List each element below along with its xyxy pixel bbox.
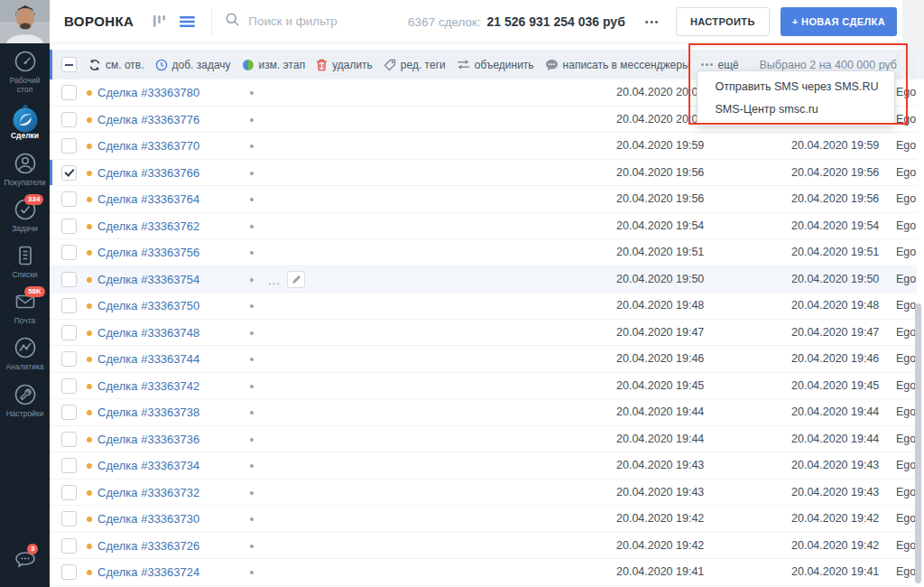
table-row[interactable]: Сделка #3336372620.04.2020 19:4220.04.20… xyxy=(50,533,917,560)
toolbar-action-label: объединить xyxy=(475,59,534,71)
sidebar-item-7[interactable]: Настройки xyxy=(0,377,50,423)
row-checkbox[interactable] xyxy=(61,511,77,526)
row-checkbox[interactable] xyxy=(61,538,77,554)
table-row[interactable]: Сделка #3336376220.04.2020 19:5420.04.20… xyxy=(50,213,917,240)
row-checkbox[interactable] xyxy=(61,378,77,394)
scrollbar-thumb[interactable] xyxy=(915,303,921,583)
date-column-1: 20.04.2020 19:43 xyxy=(616,452,704,479)
responsible-user: Ego xyxy=(896,133,917,159)
sidebar-item-label: Рабочий стол xyxy=(0,75,50,94)
toolbar-action-1[interactable]: доб. задачу xyxy=(155,59,231,71)
toolbar-action-3[interactable]: удалить xyxy=(316,59,373,71)
user-avatar[interactable] xyxy=(0,0,50,43)
deal-link[interactable]: Сделка #33363764 xyxy=(97,186,199,212)
dropdown-item-0[interactable]: Отправить SMS через SMS.RU xyxy=(698,76,895,98)
table-row[interactable]: Сделка #3336373820.04.2020 19:4420.04.20… xyxy=(50,399,917,426)
row-checkbox[interactable] xyxy=(61,165,77,181)
deal-link[interactable]: Сделка #33363744 xyxy=(97,346,199,372)
support-chat-button[interactable]: 3 xyxy=(0,549,50,578)
header-more-button[interactable]: ••• xyxy=(643,13,661,31)
toolbar-action-2[interactable]: изм. этап xyxy=(242,59,306,71)
deal-link[interactable]: Сделка #33363776 xyxy=(97,107,199,133)
deal-link[interactable]: Сделка #33363742 xyxy=(97,373,199,399)
table-row[interactable]: Сделка #3336375020.04.2020 19:4820.04.20… xyxy=(50,293,917,320)
deal-link[interactable]: Сделка #33363732 xyxy=(97,480,199,506)
row-checkbox[interactable] xyxy=(61,325,77,340)
row-checkbox[interactable] xyxy=(61,405,77,420)
sidebar-item-label: Покупатели xyxy=(0,177,50,187)
date-column-1: 20.04.2020 19:48 xyxy=(616,293,704,319)
edit-deal-button[interactable] xyxy=(287,271,305,288)
view-toggle xyxy=(153,14,195,28)
deal-link[interactable]: Сделка #33363780 xyxy=(97,79,199,106)
dropdown-item-1[interactable]: SMS-Центр smsc.ru xyxy=(698,98,895,121)
table-row[interactable]: Сделка #3336372420.04.2020 19:4120.04.20… xyxy=(50,559,917,586)
toolbar-action-6[interactable]: написать в мессенджеры xyxy=(545,59,690,71)
deal-link[interactable]: Сделка #33363738 xyxy=(97,399,199,425)
list-view-icon[interactable] xyxy=(180,15,195,28)
sidebar-item-0[interactable]: Рабочий стол xyxy=(0,43,50,98)
table-row[interactable]: Сделка #3336374220.04.2020 19:4520.04.20… xyxy=(50,373,917,400)
toolbar-action-4[interactable]: ред. теги xyxy=(383,59,446,71)
deal-link[interactable]: Сделка #33363762 xyxy=(97,213,199,239)
toolbar-action-0[interactable]: см. отв. xyxy=(88,59,144,71)
row-checkbox[interactable] xyxy=(61,485,77,500)
responsible-user: Ego xyxy=(896,186,917,212)
row-checkbox[interactable] xyxy=(61,85,77,100)
sidebar-item-5[interactable]: Почта58K xyxy=(0,284,50,330)
table-row[interactable]: Сделка #3336373220.04.2020 19:4320.04.20… xyxy=(50,480,917,507)
table-row[interactable]: Сделка #33363754...20.04.2020 19:5020.04… xyxy=(50,266,917,294)
deal-link[interactable]: Сделка #33363770 xyxy=(97,133,199,159)
date-column-2: 20.04.2020 19:51 xyxy=(791,239,879,266)
row-checkbox[interactable] xyxy=(61,219,77,234)
row-more-button[interactable]: ... xyxy=(268,267,281,294)
table-row[interactable]: Сделка #3336376620.04.2020 19:5620.04.20… xyxy=(50,160,917,187)
date-column-1: 20.04.2020 19:42 xyxy=(616,533,704,559)
deal-link[interactable]: Сделка #33363750 xyxy=(97,293,199,319)
toolbar-action-more[interactable]: ещё xyxy=(701,59,739,71)
toolbar-action-label: ещё xyxy=(718,59,739,71)
configure-button[interactable]: НАСТРОИТЬ xyxy=(676,7,770,36)
select-all-checkbox[interactable] xyxy=(61,57,77,72)
sidebar-item-label: Задачи xyxy=(0,223,50,233)
search-input[interactable] xyxy=(246,14,403,29)
row-checkbox[interactable] xyxy=(61,272,77,287)
kanban-view-icon[interactable] xyxy=(153,14,166,28)
deal-link[interactable]: Сделка #33363724 xyxy=(97,559,199,585)
row-checkbox[interactable] xyxy=(61,191,77,207)
table-row[interactable]: Сделка #3336375620.04.2020 19:5120.04.20… xyxy=(50,239,917,266)
row-checkbox[interactable] xyxy=(61,458,77,473)
sidebar-item-3[interactable]: Задачи334 xyxy=(0,191,50,238)
deal-link[interactable]: Сделка #33363766 xyxy=(97,160,199,186)
table-row[interactable]: Сделка #3336373620.04.2020 19:4420.04.20… xyxy=(50,426,917,453)
deal-link[interactable]: Сделка #33363726 xyxy=(97,533,199,559)
sidebar-item-1[interactable]: Сделки xyxy=(0,98,50,144)
row-checkbox[interactable] xyxy=(61,432,77,447)
new-deal-button[interactable]: + НОВАЯ СДЕЛКА xyxy=(781,7,897,36)
row-checkbox[interactable] xyxy=(61,112,77,127)
table-row[interactable]: Сделка #3336377020.04.2020 19:5920.04.20… xyxy=(50,133,917,160)
deal-link[interactable]: Сделка #33363736 xyxy=(97,426,199,452)
sidebar-item-4[interactable]: Списки xyxy=(0,238,50,284)
sidebar-item-2[interactable]: Покупатели xyxy=(0,145,50,191)
row-checkbox[interactable] xyxy=(61,138,77,154)
deal-link[interactable]: Сделка #33363734 xyxy=(97,452,199,479)
table-row[interactable]: Сделка #3336374820.04.2020 19:4720.04.20… xyxy=(50,320,917,347)
status-dot xyxy=(87,90,92,96)
table-row[interactable]: Сделка #3336374420.04.2020 19:4620.04.20… xyxy=(50,346,917,373)
table-row[interactable]: Сделка #3336373020.04.2020 19:4220.04.20… xyxy=(50,506,917,533)
row-checkbox[interactable] xyxy=(61,245,77,260)
row-checkbox[interactable] xyxy=(61,564,77,580)
deal-link[interactable]: Сделка #33363754 xyxy=(97,266,199,293)
table-row[interactable]: Сделка #3336376420.04.2020 19:5620.04.20… xyxy=(50,186,917,213)
row-checkbox[interactable] xyxy=(61,351,77,367)
date-column-1: 20.04.2020 19:54 xyxy=(616,213,704,239)
toolbar-action-5[interactable]: объединить xyxy=(457,59,534,71)
notification-badge: 334 xyxy=(24,194,43,205)
deal-link[interactable]: Сделка #33363756 xyxy=(97,239,199,266)
table-row[interactable]: Сделка #3336373420.04.2020 19:4320.04.20… xyxy=(50,452,917,480)
deal-link[interactable]: Сделка #33363748 xyxy=(97,320,199,346)
sidebar-item-6[interactable]: Аналитика xyxy=(0,330,50,376)
row-checkbox[interactable] xyxy=(61,298,77,313)
deal-link[interactable]: Сделка #33363730 xyxy=(97,506,199,532)
